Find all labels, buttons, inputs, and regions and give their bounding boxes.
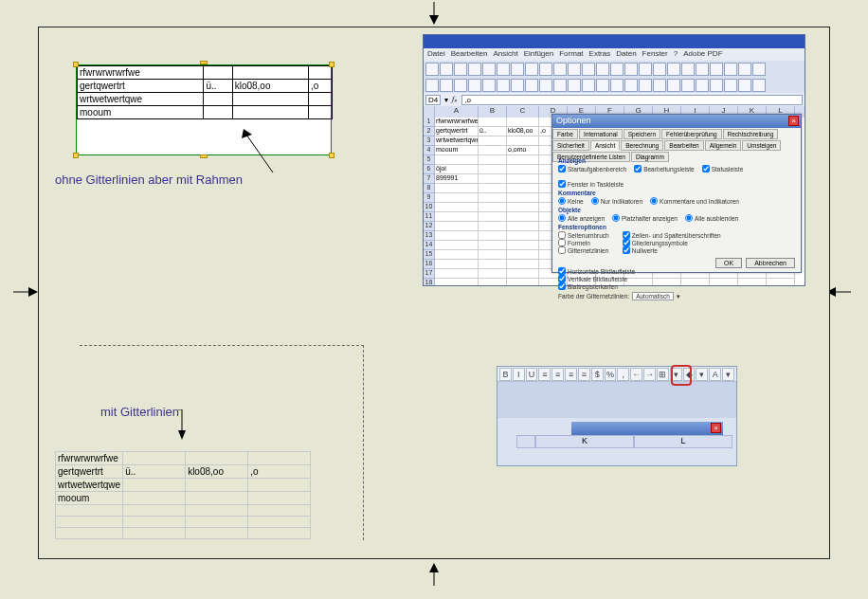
cell[interactable] <box>435 260 479 269</box>
menu-item[interactable]: Ansicht <box>493 49 517 60</box>
format-button[interactable]: % <box>605 368 617 381</box>
toolbar-button[interactable] <box>738 79 751 92</box>
formatting-toolbar[interactable]: BIU≡≡≡≡$%,←→⊞▾◆▾A▾ <box>497 367 736 382</box>
format-button[interactable]: ≡ <box>565 368 577 381</box>
cell[interactable] <box>479 241 507 250</box>
toolbar-button[interactable] <box>525 63 538 76</box>
format-button[interactable]: U <box>526 368 538 381</box>
cell[interactable] <box>507 184 539 193</box>
menu-item[interactable]: Fenster <box>642 49 668 60</box>
toolbar-button[interactable] <box>596 79 609 92</box>
cell[interactable]: ü.. <box>479 127 507 136</box>
toolbar-button[interactable] <box>468 79 481 92</box>
dialog-tab[interactable]: Ansicht <box>590 140 620 151</box>
cell[interactable] <box>435 184 479 193</box>
option[interactable]: Formeln <box>558 239 609 246</box>
toolbar-button[interactable] <box>738 63 751 76</box>
dialog-tab[interactable]: Speichern <box>624 129 660 139</box>
toolbar-button[interactable] <box>653 79 666 92</box>
col-header[interactable]: B <box>479 106 507 118</box>
menu-item[interactable]: Bearbeiten <box>451 49 488 60</box>
fx-icon[interactable]: 𝑓ₓ <box>452 95 458 104</box>
toolbar-button[interactable] <box>440 63 453 76</box>
cell[interactable] <box>479 155 507 165</box>
toolbar-row-2[interactable] <box>424 77 805 93</box>
toolbar-button[interactable] <box>497 63 510 76</box>
row-header[interactable]: 9 <box>424 193 435 203</box>
option[interactable]: Bearbeitungsleiste <box>634 165 694 172</box>
toolbar-button[interactable] <box>482 63 496 76</box>
cell[interactable] <box>507 250 539 260</box>
toolbar-button[interactable] <box>425 79 439 92</box>
dialog-titlebar[interactable]: Optionen × <box>552 115 801 128</box>
cell[interactable] <box>435 155 479 165</box>
row-header[interactable]: 14 <box>424 241 435 250</box>
toolbar-button[interactable] <box>511 63 524 76</box>
format-button[interactable]: ⊞ <box>657 368 669 381</box>
option[interactable]: Fenster in Taskleiste <box>558 180 624 188</box>
toolbar-button[interactable] <box>582 63 595 76</box>
selection-handle[interactable] <box>200 61 208 64</box>
dialog-tab[interactable]: International <box>579 129 623 139</box>
col-header[interactable] <box>424 106 435 118</box>
cell[interactable] <box>435 203 479 212</box>
toolbar-button[interactable] <box>539 79 552 92</box>
row-header[interactable]: 16 <box>424 260 435 269</box>
toolbar-button[interactable] <box>681 79 695 92</box>
cell[interactable] <box>479 118 507 127</box>
toolbar-button[interactable] <box>639 63 652 76</box>
format-button[interactable]: $ <box>591 368 604 381</box>
cell[interactable] <box>479 260 507 269</box>
toolbar-button[interactable] <box>539 63 552 76</box>
menu-item[interactable]: Extras <box>589 49 611 60</box>
dialog-tab[interactable]: Rechtschreibung <box>723 129 779 139</box>
selection-handle[interactable] <box>200 154 208 158</box>
cell[interactable] <box>507 155 539 165</box>
toolbar-button[interactable] <box>454 63 467 76</box>
toolbar-button[interactable] <box>568 63 581 76</box>
dialog-tab[interactable]: Sicherheit <box>552 140 589 151</box>
formula-input[interactable]: ,o <box>461 95 803 105</box>
cell[interactable] <box>507 231 539 241</box>
cell[interactable]: öjoi <box>435 165 479 174</box>
toolbar-button[interactable] <box>525 79 538 92</box>
cell[interactable] <box>507 118 539 127</box>
cell[interactable]: mooum <box>435 146 479 155</box>
option[interactable]: Startaufgabenbereich <box>558 165 626 172</box>
row-header[interactable]: 12 <box>424 222 435 231</box>
cell[interactable]: 899991 <box>435 174 479 184</box>
cell[interactable] <box>507 279 539 286</box>
cell[interactable] <box>435 241 479 250</box>
format-button[interactable]: ← <box>630 368 642 381</box>
option[interactable]: Alle ausblenden <box>685 214 738 222</box>
cell[interactable] <box>479 269 507 279</box>
toolbar-row-1[interactable] <box>424 61 805 77</box>
dialog-tab[interactable]: Bearbeiten <box>664 140 703 151</box>
row-header[interactable]: 2 <box>424 127 435 136</box>
toolbar-button[interactable] <box>568 79 581 92</box>
cell[interactable] <box>479 193 507 203</box>
toolbar-button[interactable] <box>482 79 496 92</box>
menu-item[interactable]: Format <box>559 49 583 60</box>
row-header[interactable]: 7 <box>424 174 435 184</box>
toolbar-button[interactable] <box>653 63 666 76</box>
col-header-l[interactable]: L <box>634 435 732 448</box>
toolbar-button[interactable] <box>468 63 481 76</box>
cell[interactable] <box>479 136 507 146</box>
dialog-tab[interactable]: Allgemein <box>705 140 742 151</box>
dialog-tab[interactable]: Fehlerüberprüfung <box>661 129 721 139</box>
toolbar-button[interactable] <box>639 79 652 92</box>
cell[interactable]: o,omo <box>507 146 539 155</box>
format-button[interactable]: , <box>617 368 629 381</box>
toolbar-button[interactable] <box>667 63 680 76</box>
gridcolor-select[interactable]: Automatisch <box>632 292 674 300</box>
format-button[interactable]: ≡ <box>578 368 590 381</box>
menu-item[interactable]: ? <box>674 49 678 60</box>
toolbar-button[interactable] <box>511 79 524 92</box>
option[interactable]: Statusleiste <box>702 165 744 172</box>
toolbar-button[interactable] <box>681 63 695 76</box>
close-icon[interactable]: × <box>711 423 721 433</box>
cell[interactable] <box>507 165 539 174</box>
toolbar-button[interactable] <box>596 63 609 76</box>
cell[interactable] <box>479 222 507 231</box>
